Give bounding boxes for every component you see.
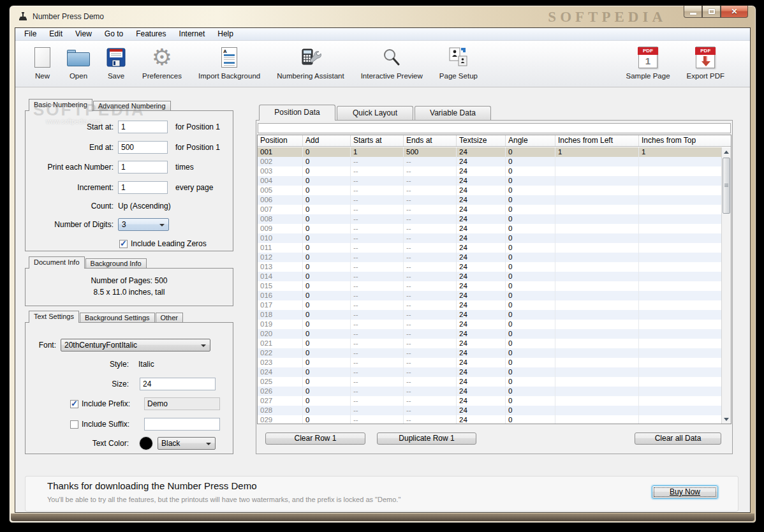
tab-basic-numbering[interactable]: Basic Numbering [29, 99, 92, 110]
import-background-button[interactable]: A Import Background [198, 45, 260, 80]
table-row[interactable]: 008 0 -- -- 24 0 [258, 214, 721, 224]
close-button[interactable]: ✕ [721, 6, 748, 18]
menu-edit[interactable]: Edit [43, 28, 69, 40]
col-angle[interactable]: Angle [506, 135, 555, 146]
scroll-down-button[interactable] [722, 415, 731, 424]
table-row[interactable]: 024 0 -- -- 24 0 [258, 367, 721, 377]
duplicate-row-button[interactable]: Duplicate Row 1 [377, 432, 476, 445]
font-dropdown[interactable]: 20thCenturyFontItalic [61, 339, 210, 351]
page-setup-button[interactable]: Page Setup [439, 45, 478, 80]
col-inches-top[interactable]: Inches from Top [639, 135, 731, 146]
start-at-input[interactable] [118, 121, 168, 133]
tab-text-settings[interactable]: Text Settings [29, 311, 79, 322]
minimize-button[interactable] [684, 6, 702, 18]
tab-other[interactable]: Other [156, 313, 184, 322]
table-cell: 0 [506, 320, 555, 329]
table-row[interactable]: 029 0 -- -- 24 0 [258, 415, 721, 424]
scroll-up-button[interactable] [722, 147, 731, 156]
table-row[interactable]: 020 0 -- -- 24 0 [258, 329, 721, 339]
suffix-input[interactable] [144, 418, 220, 431]
table-row[interactable]: 010 0 -- -- 24 0 [258, 233, 721, 243]
buy-now-button[interactable]: Buy Now [652, 485, 718, 499]
scrollbar-thumb[interactable] [723, 158, 730, 214]
col-position[interactable]: Position [258, 135, 303, 146]
new-button[interactable]: New [34, 45, 50, 80]
table-row[interactable]: 021 0 -- -- 24 0 [258, 339, 721, 348]
table-cell: 24 [457, 396, 506, 406]
table-row[interactable]: 025 0 -- -- 24 0 [258, 377, 721, 387]
text-color-dropdown[interactable]: Black [158, 437, 216, 450]
interactive-preview-button[interactable]: Interactive Preview [361, 45, 423, 80]
save-button[interactable]: Save [107, 45, 126, 80]
table-row[interactable]: 017 0 -- -- 24 0 [258, 300, 721, 310]
size-input[interactable] [140, 378, 216, 390]
tab-advanced-numbering[interactable]: Advanced Numbering [93, 101, 171, 110]
table-cell: -- [351, 348, 404, 358]
table-row[interactable]: 012 0 -- -- 24 0 [258, 253, 721, 262]
preferences-button[interactable]: ⚙ Preferences [142, 45, 182, 80]
digits-dropdown[interactable]: 3 [118, 218, 169, 231]
table-row[interactable]: 015 0 -- -- 24 0 [258, 281, 721, 291]
table-row[interactable]: 013 0 -- -- 24 0 [258, 262, 721, 272]
table-row[interactable]: 026 0 -- -- 24 0 [258, 387, 721, 396]
tab-position-data[interactable]: Position Data [259, 105, 335, 120]
table-cell: 500 [404, 147, 457, 157]
col-starts-at[interactable]: Starts at [351, 135, 404, 146]
text-color-swatch[interactable] [140, 437, 152, 450]
table-row[interactable]: 022 0 -- -- 24 0 [258, 348, 721, 358]
sample-page-button[interactable]: PDF 1 Sample Page [626, 45, 670, 80]
table-cell: 001 [258, 147, 303, 157]
menu-goto[interactable]: Go to [98, 28, 129, 40]
table-row[interactable]: 014 0 -- -- 24 0 [258, 272, 721, 281]
leading-zeros-checkbox[interactable] [119, 240, 128, 248]
increment-input[interactable] [118, 181, 168, 194]
tab-quick-layout[interactable]: Quick Layout [337, 106, 413, 120]
end-at-input[interactable] [118, 141, 168, 154]
menu-view[interactable]: View [69, 28, 98, 40]
tab-background-info[interactable]: Background Info [85, 258, 147, 268]
count-label: Count: [26, 202, 114, 211]
tab-variable-data[interactable]: Variable Data [415, 106, 491, 120]
tool-label: Preferences [142, 72, 182, 80]
maximize-button[interactable] [702, 6, 721, 18]
menu-features[interactable]: Features [129, 28, 172, 40]
col-textsize[interactable]: Textsize [457, 135, 506, 146]
tab-background-settings[interactable]: Background Settings [80, 313, 155, 322]
table-row[interactable]: 004 0 -- -- 24 0 [258, 176, 721, 186]
table-cell: -- [351, 186, 404, 195]
col-ends-at[interactable]: Ends at [404, 135, 457, 146]
title-bar[interactable]: Number Press Demo SOFTPEDIA ✕ [10, 6, 756, 27]
table-row[interactable]: 006 0 -- -- 24 0 [258, 195, 721, 205]
menu-help[interactable]: Help [211, 28, 240, 40]
table-row[interactable]: 018 0 -- -- 24 0 [258, 310, 721, 320]
export-pdf-button[interactable]: PDF Export PDF [687, 45, 724, 80]
table-row[interactable]: 019 0 -- -- 24 0 [258, 320, 721, 329]
table-row[interactable]: 011 0 -- -- 24 0 [258, 243, 721, 253]
numbering-assistant-button[interactable]: Numbering Assistant [277, 45, 344, 80]
col-inches-left[interactable]: Inches from Left [555, 135, 639, 146]
print-each-input[interactable] [118, 161, 168, 174]
open-button[interactable]: Open [67, 45, 90, 80]
table-row[interactable]: 001 0 1 500 24 0 1 1 [258, 147, 721, 157]
tab-document-info[interactable]: Document Info [29, 256, 85, 268]
table-row[interactable]: 027 0 -- -- 24 0 [258, 396, 721, 406]
include-suffix-checkbox[interactable] [70, 420, 78, 429]
clear-all-data-button[interactable]: Clear all Data [635, 432, 721, 445]
table-cell [639, 291, 721, 300]
clear-row-button[interactable]: Clear Row 1 [265, 432, 365, 445]
col-add[interactable]: Add [303, 135, 351, 146]
table-cell: 0 [506, 233, 555, 243]
table-row[interactable]: 009 0 -- -- 24 0 [258, 224, 721, 233]
prefix-input[interactable] [144, 397, 220, 410]
table-row[interactable]: 003 0 -- -- 24 0 [258, 166, 721, 176]
table-row[interactable]: 002 0 -- -- 24 0 [258, 157, 721, 166]
table-row[interactable]: 005 0 -- -- 24 0 [258, 186, 721, 195]
menu-internet[interactable]: Internet [173, 28, 212, 40]
menu-file[interactable]: File [18, 28, 43, 40]
table-row[interactable]: 028 0 -- -- 24 0 [258, 406, 721, 415]
table-row[interactable]: 023 0 -- -- 24 0 [258, 358, 721, 367]
table-row[interactable]: 007 0 -- -- 24 0 [258, 205, 721, 214]
table-row[interactable]: 016 0 -- -- 24 0 [258, 291, 721, 300]
table-scrollbar[interactable] [721, 147, 731, 424]
include-prefix-checkbox[interactable] [70, 400, 78, 408]
